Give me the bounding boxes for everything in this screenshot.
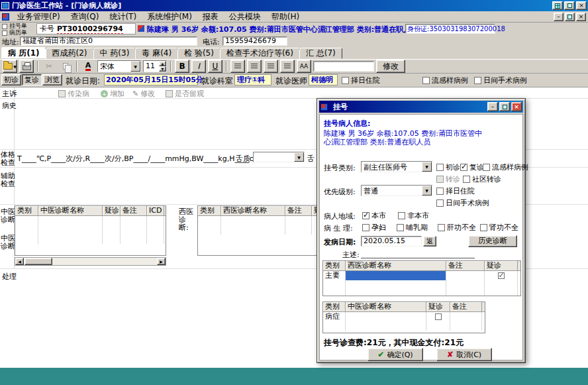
copy-button[interactable]	[58, 60, 73, 73]
child-restore-icon[interactable]	[565, 13, 575, 21]
tab-lab-tests[interactable]: 检 验(5)	[177, 48, 220, 59]
address-field[interactable]: 福建省莆田市湄江区0	[20, 36, 197, 46]
table-row[interactable]	[15, 216, 166, 225]
schedule-admission-checkbox-dialog[interactable]: 择日住院	[436, 186, 475, 196]
id-number-field[interactable]: 身份证:350303198307200018	[405, 24, 495, 34]
column-header[interactable]: 疑诊	[426, 302, 450, 311]
spin-up-icon[interactable]: ▲	[159, 61, 166, 66]
menu-item-query[interactable]: 查询(Q)	[66, 11, 105, 23]
onset-date-picker-button[interactable]: 返	[423, 236, 436, 247]
font-family-select[interactable]: 宋体 ▼	[97, 60, 141, 72]
browse-button[interactable]: 浏览	[42, 74, 62, 85]
tab-summary[interactable]: 汇 总(7)	[299, 48, 342, 59]
dialog-restore-icon[interactable]	[499, 102, 510, 111]
tongue-quality-select[interactable]: ▼	[253, 152, 305, 162]
suspected-checkbox[interactable]	[435, 313, 442, 320]
column-header[interactable]: 类别	[323, 302, 346, 311]
infectious-disease-checkbox[interactable]: 传染病	[58, 89, 89, 99]
tab-exam-surgery-treatment[interactable]: 检查手术治疗等(6)	[220, 48, 300, 59]
card-number-field[interactable]: 卡号 PT30100296794	[36, 23, 136, 34]
lactation-checkbox[interactable]: 哺乳期	[397, 223, 428, 233]
day-surgery-case-checkbox[interactable]: 日间手术病例	[474, 76, 527, 85]
schedule-admission-checkbox[interactable]: 择日住院	[342, 76, 380, 85]
column-header[interactable]: 西医诊断名称	[346, 261, 446, 270]
table-row[interactable]	[15, 235, 166, 244]
confirm-button[interactable]: ✔ 确定(Q)	[368, 348, 423, 361]
quick-search-input[interactable]	[313, 61, 374, 72]
line-spacing-button[interactable]	[280, 60, 295, 73]
bold-button[interactable]: B	[175, 60, 189, 73]
cut-button[interactable]: ✂	[42, 60, 56, 73]
day-surgery-checkbox-dialog[interactable]: 日间手术病例	[436, 198, 489, 208]
spin-down-icon[interactable]: ▼	[159, 66, 166, 72]
community-referral-checkbox[interactable]: 社区转诊	[463, 174, 501, 184]
onset-date-field[interactable]: 2020.05.15	[361, 236, 422, 247]
dialog-close-icon[interactable]: ×	[511, 102, 522, 111]
tab-chinese-medicine[interactable]: 中 药(3)	[93, 48, 136, 59]
table-row[interactable]	[198, 216, 332, 225]
column-header[interactable]: 类别	[198, 206, 221, 215]
flu-like-case-checkbox[interactable]: 流感样病例	[422, 76, 468, 85]
tab-western-medicine[interactable]: 西成药(2)	[46, 48, 94, 59]
table-row[interactable]	[15, 225, 166, 235]
column-header[interactable]: 西医诊断名称	[221, 206, 285, 215]
liver-insufficiency-checkbox[interactable]: 肝功不全	[438, 223, 476, 233]
menu-item-reports[interactable]: 报表	[197, 11, 224, 23]
grid-icon[interactable]	[552, 1, 563, 10]
tab-medical-record[interactable]: 病 历(1)	[1, 47, 46, 59]
menu-item-help[interactable]: 帮助(H)	[266, 11, 305, 23]
return-visit-checkbox[interactable]: 复诊	[460, 162, 484, 172]
scrollbar-thumb[interactable]	[24, 258, 52, 265]
scroll-right-icon[interactable]: ▶	[157, 258, 166, 265]
open-button[interactable]: ▼	[3, 60, 17, 73]
phone-field[interactable]: 15959426679	[222, 36, 287, 46]
table-row-selected[interactable]: 主要	[323, 271, 520, 280]
scroll-left-icon[interactable]: ◀	[15, 258, 24, 265]
child-minimize-icon[interactable]: –	[554, 13, 564, 21]
flu-like-case-checkbox-dialog[interactable]: 流感样病例	[483, 162, 528, 172]
font-color-button[interactable]: A	[81, 60, 95, 73]
font-case-button[interactable]: AA	[297, 60, 311, 73]
menu-item-statistics[interactable]: 统计(T)	[104, 11, 142, 23]
column-header[interactable]: 类别	[323, 261, 346, 270]
align-center-button[interactable]	[247, 60, 262, 73]
column-header[interactable]: 类别	[15, 206, 38, 215]
italic-button[interactable]: I	[191, 60, 206, 73]
modify-diagnosis-button[interactable]: ✎ 修改	[132, 89, 155, 99]
child-close-icon[interactable]: ×	[576, 13, 586, 21]
physical-exam-text[interactable]: T____℃,P____次/分,R____次/分,BP____/____mmHg…	[17, 154, 260, 164]
align-right-button[interactable]	[264, 60, 278, 73]
modify-button[interactable]: 修改	[376, 60, 405, 73]
return-visit-button[interactable]: 复诊	[22, 74, 42, 85]
column-header[interactable]: 备注	[450, 302, 482, 311]
table-row[interactable]	[198, 225, 332, 235]
priority-select[interactable]: 普通 ▼	[361, 185, 432, 196]
menu-item-maintenance[interactable]: 系统维护(M)	[142, 11, 197, 23]
chief-statement-input[interactable]	[361, 249, 475, 258]
column-header[interactable]: 疑诊	[485, 261, 518, 270]
non-local-checkbox[interactable]: 非本市	[398, 211, 429, 221]
kidney-insufficiency-checkbox[interactable]: 肾功不全	[480, 223, 518, 233]
column-header[interactable]: 备注	[446, 261, 485, 270]
cancel-button[interactable]: ✘ 取消(C)	[436, 348, 492, 361]
column-header[interactable]: 中医诊断名称	[346, 302, 426, 311]
font-size-stepper[interactable]: 11 ▲ ▼	[143, 60, 167, 72]
table-row[interactable]: 病症	[323, 312, 485, 321]
column-header[interactable]: 备注	[285, 206, 312, 215]
add-diagnosis-button[interactable]: + 增加	[101, 89, 124, 99]
reg-type-select[interactable]: 副主任医师号 ▼	[361, 161, 432, 172]
referral-checkbox[interactable]: 转诊	[436, 174, 460, 184]
underline-button[interactable]: U	[208, 60, 222, 73]
history-diagnosis-button[interactable]: 历史诊断	[468, 235, 517, 247]
pregnant-checkbox[interactable]: 孕妇	[362, 223, 386, 233]
horizontal-scrollbar[interactable]: ◀ ▶	[15, 257, 166, 266]
table-row[interactable]	[323, 321, 485, 331]
first-visit-checkbox[interactable]: 初诊	[436, 162, 460, 172]
first-visit-button[interactable]: 初诊	[1, 74, 21, 85]
table-row[interactable]	[323, 280, 520, 290]
tab-narcotics[interactable]: 毒 麻(4)	[135, 48, 178, 59]
menu-item-business[interactable]: 业务管理(P)	[12, 11, 66, 23]
column-header[interactable]: 中医诊断名称	[38, 206, 103, 215]
table-row[interactable]	[323, 290, 520, 296]
suspected-checkbox[interactable]	[498, 272, 505, 279]
